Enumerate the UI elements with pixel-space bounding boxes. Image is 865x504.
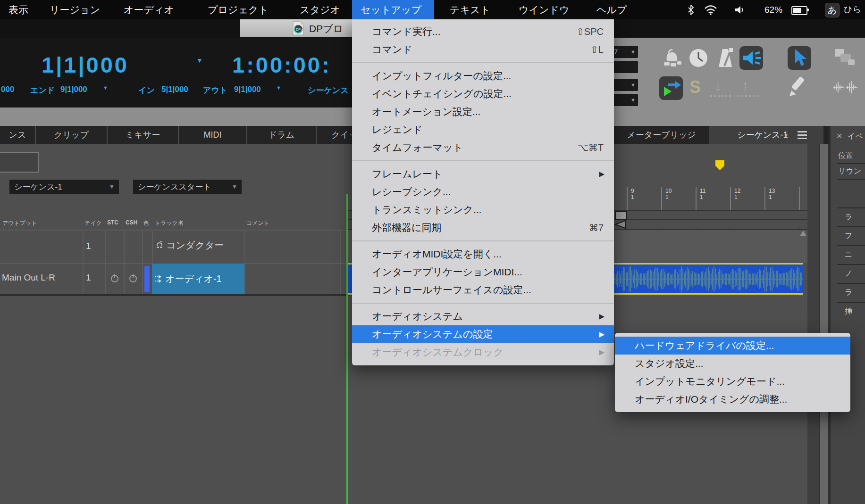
grid-scroll-triangle[interactable] xyxy=(799,230,807,237)
menubar-item-9[interactable]: ヘルプ xyxy=(596,0,627,19)
ruler-bar-number[interactable]: 12 1 xyxy=(734,188,740,200)
record-down-arrow-icon[interactable]: ↓ xyxy=(714,76,722,95)
playback-mode-button-active[interactable] xyxy=(659,76,683,100)
menu-item-11[interactable]: レシーブシンク... xyxy=(352,183,614,201)
tab-MIDI[interactable]: MIDI xyxy=(179,126,247,144)
menu-item-3[interactable]: インプットモニタリングモード... xyxy=(615,372,850,390)
sequence-selector[interactable]: シーケンス-1 ▼ xyxy=(9,180,119,194)
wifi-icon[interactable] xyxy=(704,5,717,15)
menu-item-10[interactable]: フレームレート▶ xyxy=(352,165,614,183)
take-cell[interactable]: 1 xyxy=(86,241,91,251)
menu-item-16[interactable]: インターアプリケーションMIDI... xyxy=(352,263,614,281)
column-header-csh[interactable]: CSH xyxy=(126,219,137,226)
tab-meter-bridge[interactable]: メーターブリッジ xyxy=(614,126,709,144)
take-cell[interactable]: 1 xyxy=(86,273,91,283)
input-method-badge[interactable]: あ xyxy=(825,3,840,17)
menu-item-17[interactable]: コントロールサーフェイスの設定... xyxy=(352,281,614,299)
menubar-item-3[interactable]: オーディオ xyxy=(124,0,174,19)
audio-clip-waveform[interactable] xyxy=(614,263,803,295)
output-cell[interactable]: Main Out L-R xyxy=(2,273,55,283)
tab-ンス[interactable]: ンス xyxy=(0,126,36,144)
column-header-trackname[interactable]: トラック名 xyxy=(155,219,184,227)
tab-ミキサー[interactable]: ミキサー xyxy=(108,126,179,144)
menu-item-15[interactable]: オーディオMIDI設定を開く... xyxy=(352,245,614,263)
bluetooth-icon[interactable] xyxy=(687,5,695,15)
bars-beats-counter[interactable]: 1|1|000 xyxy=(42,52,129,78)
column-header-take[interactable]: テイク xyxy=(84,219,102,227)
inspector-row-label[interactable]: ラ xyxy=(845,212,852,222)
menubar-item-7[interactable]: テキスト xyxy=(450,0,490,19)
menu-item-12[interactable]: トランスミットシンク... xyxy=(352,201,614,219)
stc-power-icon[interactable] xyxy=(110,273,119,283)
end-caret[interactable]: ▼ xyxy=(103,85,108,91)
tab-ドラム[interactable]: ドラム xyxy=(247,126,317,144)
column-header-color[interactable]: 色 xyxy=(143,219,149,227)
menubar-item-5[interactable]: スタジオ xyxy=(300,0,340,19)
menu-item-4[interactable]: オーディオI/Oタイミングの調整... xyxy=(615,390,850,408)
pencil-tool-icon[interactable] xyxy=(787,75,808,97)
playback-wiper-line[interactable] xyxy=(346,194,348,504)
inspector-row-label[interactable]: 挿 xyxy=(845,306,852,316)
menu-item-2[interactable]: スタジオ設定... xyxy=(615,355,850,372)
column-header-stc[interactable]: STC xyxy=(107,219,118,226)
mini-dropdown-1[interactable]: 7 ▼ xyxy=(612,46,638,58)
tab-クリップ[interactable]: クリップ xyxy=(36,126,108,144)
menu-item-19[interactable]: オーディオシステム▶ xyxy=(352,307,614,325)
mini-dropdown-2[interactable]: ▼ xyxy=(612,79,638,91)
menu-item-20[interactable]: オーディオシステムの設定▶ xyxy=(352,325,614,343)
column-header-output[interactable]: アウトプット xyxy=(2,219,37,227)
timecode-counter[interactable]: 1:00:00: xyxy=(232,52,331,78)
ruler-bar-number[interactable]: 10 1 xyxy=(665,188,672,200)
menu-item-5[interactable]: イベントチェイシングの設定... xyxy=(352,85,614,103)
track-name-conductor[interactable]: コンダクター xyxy=(166,239,224,252)
menu-item-1[interactable]: コマンド実行...⇧SPC xyxy=(352,23,614,41)
punch-hand-icon[interactable] xyxy=(660,48,683,68)
inspector-close-icon[interactable]: ✕ xyxy=(836,132,842,140)
menu-item-6[interactable]: オートメーション設定... xyxy=(352,103,614,121)
mini-field[interactable] xyxy=(612,61,638,73)
memory-start-triangle[interactable] xyxy=(614,220,626,229)
counter-dropdown-caret[interactable]: ▼ xyxy=(196,57,203,64)
tab-active-sequence[interactable]: シーケンス-1 ▼ xyxy=(709,126,823,144)
menubar-item-1[interactable]: 表示 xyxy=(8,0,28,19)
battery-percent[interactable]: 62% xyxy=(764,0,782,19)
menu-item-1[interactable]: ハードウェアドライバの設定... xyxy=(615,337,850,355)
battery-icon[interactable] xyxy=(791,6,807,15)
menubar-item-6[interactable]: セットアップ xyxy=(361,0,421,19)
end-value[interactable]: 9|1|000 xyxy=(60,85,87,94)
menu-item-4[interactable]: インプットフィルターの設定... xyxy=(352,67,614,85)
track-name-cell-selected[interactable]: オーディオ-1 xyxy=(152,264,244,294)
menubar-item-2[interactable]: リージョン xyxy=(50,0,100,19)
lane-start-box[interactable] xyxy=(615,211,627,220)
audio-waveform-tool-icon[interactable] xyxy=(833,80,858,94)
vertical-scrollbar[interactable] xyxy=(819,144,829,504)
upload-up-arrow-icon[interactable]: ↑ xyxy=(741,76,749,95)
menu-item-2[interactable]: コマンド⇧L xyxy=(352,41,614,58)
quick-filter-box[interactable] xyxy=(0,152,39,173)
inspector-row-label[interactable]: フ xyxy=(845,231,852,241)
solo-button[interactable]: S xyxy=(689,77,701,97)
csh-power-icon[interactable] xyxy=(128,273,138,283)
mini-dropdown-3[interactable]: ▼ xyxy=(612,94,638,106)
inspector-row-label[interactable]: ニ xyxy=(845,250,852,260)
menubar-item-8[interactable]: ウインドウ xyxy=(519,0,569,19)
clock-icon[interactable] xyxy=(689,48,708,68)
inspector-row-label[interactable]: ノ xyxy=(845,269,852,279)
active-tab-caret[interactable]: ▼ xyxy=(783,126,789,145)
menu-item-13[interactable]: 外部機器に同期⌘7 xyxy=(352,219,614,237)
in-value[interactable]: 5|1|000 xyxy=(161,85,188,94)
menu-item-7[interactable]: レジェンド xyxy=(352,121,614,139)
menu-item-8[interactable]: タイムフォーマット⌥⌘T xyxy=(352,139,614,157)
ruler-bar-number[interactable]: 9 1 xyxy=(631,188,634,200)
column-header-comment[interactable]: コメント xyxy=(246,219,269,227)
windows-layers-icon[interactable] xyxy=(834,48,856,67)
sequence-start-selector[interactable]: シーケンススタート ▼ xyxy=(133,180,242,194)
inspector-row-label[interactable]: ラ xyxy=(845,288,852,297)
volume-icon[interactable] xyxy=(734,5,746,15)
metronome-icon[interactable] xyxy=(715,47,737,68)
marker-flag-yellow[interactable] xyxy=(715,160,724,170)
pointer-tool-button-active[interactable] xyxy=(788,46,811,70)
ruler-bar-number[interactable]: 13 1 xyxy=(769,188,775,200)
audio-monitor-button-active[interactable] xyxy=(739,46,763,70)
track-color-bar[interactable] xyxy=(144,266,150,292)
